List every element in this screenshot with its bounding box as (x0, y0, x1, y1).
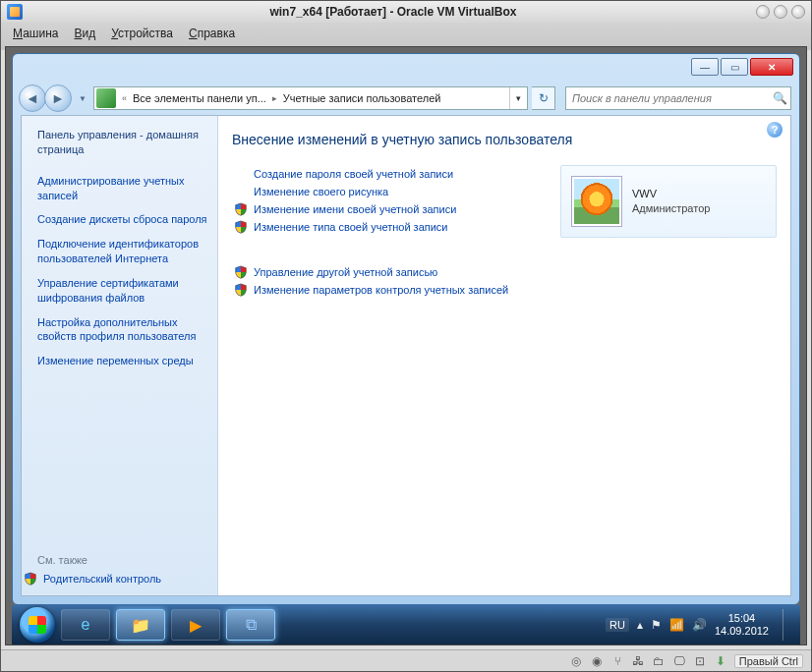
user-accounts-icon (96, 88, 116, 108)
see-also-heading: См. также (37, 554, 207, 566)
volume-icon[interactable]: 🔊 (692, 618, 707, 632)
address-dropdown[interactable]: ▾ (509, 87, 527, 109)
action-label: Создание пароля своей учетной записи (254, 168, 453, 180)
action-label: Управление другой учетной записью (254, 266, 437, 278)
start-button[interactable] (20, 607, 55, 643)
vbox-minimize-button[interactable] (756, 5, 770, 19)
vbox-host-key[interactable]: Правый Ctrl (734, 654, 803, 668)
vbox-menu-machine[interactable]: Машина (13, 27, 58, 40)
vbox-titlebar[interactable]: win7_x64 [Работает] - Oracle VM VirtualB… (1, 1, 811, 23)
show-desktop-button[interactable] (783, 609, 792, 641)
shield-icon (24, 572, 37, 586)
window-close-button[interactable]: ✕ (750, 58, 793, 76)
nav-forward-button[interactable]: ► (44, 84, 72, 112)
language-indicator[interactable]: RU (606, 618, 629, 632)
vbox-menu-help[interactable]: Справка (189, 27, 235, 40)
clock-date: 14.09.2012 (715, 625, 769, 638)
taskbar-control-panel[interactable]: ⧉ (226, 609, 275, 641)
vbox-network-icon[interactable]: 🖧 (631, 653, 646, 668)
network-icon[interactable]: 📶 (669, 618, 684, 632)
control-panel-home-link[interactable]: Панель управления - домашняя страница (37, 128, 207, 157)
vbox-hdd-icon[interactable]: ◎ (569, 653, 584, 668)
search-icon[interactable]: 🔍 (769, 91, 790, 105)
sidebar-link[interactable]: Создание дискеты сброса пароля (37, 212, 207, 227)
taskbar-mediaplayer[interactable]: ▶ (171, 609, 220, 641)
breadcrumb-seg-1[interactable]: Все элементы панели уп... (131, 92, 268, 104)
vbox-display-icon[interactable]: 🖵 (672, 653, 687, 668)
taskbar-ie[interactable]: e (61, 609, 110, 641)
window-caption[interactable]: — ▭ ✕ (13, 54, 799, 82)
control-panel-window: — ▭ ✕ ◄ ► ▼ « Все элементы панели уп... … (12, 53, 800, 605)
nav-history-dropdown[interactable]: ▼ (76, 84, 89, 112)
clock-time: 15:04 (715, 612, 769, 625)
virtualbox-window: win7_x64 [Работает] - Oracle VM VirtualB… (0, 0, 812, 672)
vbox-close-button[interactable] (791, 5, 805, 19)
sidebar: Панель управления - домашняя страница Ад… (22, 116, 218, 595)
sidebar-link[interactable]: Управление сертификатами шифрования файл… (37, 276, 207, 306)
sidebar-link[interactable]: Настройка дополнительных свойств профиля… (37, 315, 207, 345)
address-bar[interactable]: « Все элементы панели уп... ▸ Учетные за… (93, 86, 528, 110)
vbox-menubar: Машина Вид Устройства Справка (1, 23, 811, 44)
taskbar: e 📁 ▶ ⧉ RU ▴ ⚑ 📶 🔊 15:04 14.09.2012 (12, 605, 800, 644)
action-label: Изменение параметров контроля учетных за… (254, 284, 508, 296)
actions-column: Создание пароля своей учетной записиИзме… (232, 165, 543, 299)
help-icon[interactable]: ? (767, 122, 783, 138)
search-box[interactable]: 🔍 (565, 86, 791, 110)
action-link[interactable]: Изменение имени своей учетной записи (232, 200, 543, 218)
breadcrumb-seg-2[interactable]: Учетные записи пользователей (281, 92, 443, 104)
vbox-statusbar: ◎ ◉ ⑂ 🖧 🗀 🖵 ⊡ ⬇ Правый Ctrl (1, 649, 811, 671)
guest-display: — ▭ ✕ ◄ ► ▼ « Все элементы панели уп... … (5, 46, 807, 645)
action-link[interactable]: Управление другой учетной записью (232, 263, 543, 281)
vbox-shared-folders-icon[interactable]: 🗀 (652, 653, 667, 668)
user-name: VWV (632, 187, 710, 201)
avatar-frame (571, 176, 622, 227)
clock[interactable]: 15:04 14.09.2012 (715, 612, 769, 637)
user-role: Администратор (632, 201, 710, 216)
shield-icon (234, 220, 248, 234)
flag-icon[interactable]: ⚑ (651, 618, 662, 632)
refresh-button[interactable]: ↻ (532, 86, 555, 110)
window-minimize-button[interactable]: — (691, 58, 719, 76)
search-input[interactable] (566, 92, 769, 104)
system-tray: RU ▴ ⚑ 📶 🔊 15:04 14.09.2012 (606, 609, 792, 641)
action-link[interactable]: Изменение параметров контроля учетных за… (232, 281, 543, 299)
shield-icon (234, 202, 248, 216)
sidebar-link[interactable]: Изменение переменных среды (37, 354, 207, 368)
breadcrumb-overflow[interactable]: « (118, 93, 131, 103)
action-link[interactable]: Изменение типа своей учетной записи (232, 218, 543, 236)
virtualbox-icon (7, 4, 23, 20)
parental-controls-link[interactable]: Родительский контроль (24, 572, 207, 586)
shield-icon (234, 283, 248, 297)
content-area: Панель управления - домашняя страница Ад… (21, 115, 791, 596)
action-link[interactable]: Изменение своего рисунка (232, 183, 543, 200)
host-key-label: Правый Ctrl (739, 655, 798, 667)
vbox-mouse-icon[interactable]: ⬇ (714, 653, 728, 668)
vbox-menu-view[interactable]: Вид (74, 27, 95, 40)
vbox-cpu-icon[interactable]: ⊡ (693, 653, 708, 668)
chevron-up-icon[interactable]: ▴ (637, 618, 643, 632)
action-link[interactable]: Создание пароля своей учетной записи (232, 165, 543, 183)
vbox-menu-devices[interactable]: Устройства (111, 27, 173, 40)
main-panel: ? Внесение изменений в учетную запись по… (218, 116, 790, 595)
window-maximize-button[interactable]: ▭ (721, 58, 748, 76)
action-label: Изменение имени своей учетной записи (254, 203, 456, 215)
taskbar-explorer[interactable]: 📁 (116, 609, 165, 641)
parental-controls-label: Родительский контроль (43, 573, 161, 585)
action-label: Изменение своего рисунка (254, 186, 388, 197)
sidebar-link[interactable]: Подключение идентификаторов пользователе… (37, 237, 207, 266)
chevron-right-icon: ▸ (268, 93, 281, 103)
shield-icon (234, 265, 248, 279)
nav-back-button[interactable]: ◄ (19, 84, 46, 112)
sidebar-link[interactable]: Администрирование учетных записей (37, 174, 207, 203)
page-heading: Внесение изменений в учетную запись поль… (232, 132, 777, 147)
nav-toolbar: ◄ ► ▼ « Все элементы панели уп... ▸ Учет… (13, 82, 799, 115)
avatar-image (574, 179, 619, 224)
user-card: VWV Администратор (560, 165, 777, 238)
vbox-optical-icon[interactable]: ◉ (590, 653, 605, 668)
vbox-maximize-button[interactable] (774, 5, 787, 19)
vbox-title: win7_x64 [Работает] - Oracle VM VirtualB… (30, 5, 756, 19)
vbox-usb-icon[interactable]: ⑂ (610, 653, 625, 668)
action-label: Изменение типа своей учетной записи (254, 221, 448, 233)
